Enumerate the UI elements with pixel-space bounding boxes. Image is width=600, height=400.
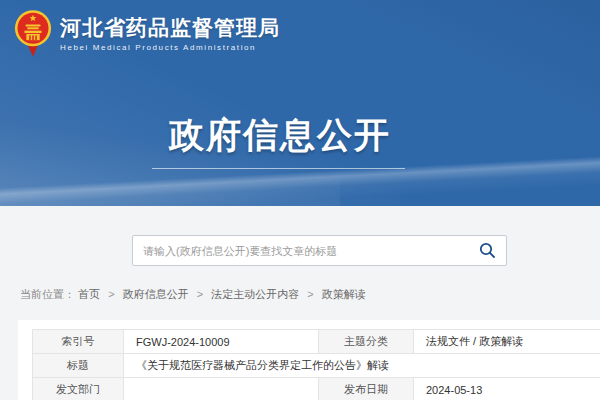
search-icon (479, 242, 496, 259)
issuing-department-value (124, 378, 319, 400)
topic-category-value: 法规文件 / 政策解读 (414, 330, 600, 354)
issuing-department-label: 发文部门 (33, 378, 124, 400)
content-card: 索引号 FGWJ-2024-10009 主题分类 法规文件 / 政策解读 标题 … (18, 320, 600, 400)
table-row: 发文部门 发布日期 2024-05-13 (33, 378, 600, 400)
breadcrumb-item-statutory-content[interactable]: 法定主动公开内容 (211, 288, 299, 300)
search-box (132, 235, 507, 266)
table-row: 标题 《关于规范医疗器械产品分类界定工作的公告》解读 (33, 354, 600, 378)
table-row: 索引号 FGWJ-2024-10009 主题分类 法规文件 / 政策解读 (33, 330, 600, 354)
title-value: 《关于规范医疗器械产品分类界定工作的公告》解读 (124, 354, 600, 378)
title-label: 标题 (33, 354, 124, 378)
breadcrumb-item-policy-interpretation[interactable]: 政策解读 (322, 288, 366, 300)
title-underline (152, 168, 405, 169)
breadcrumb-separator: > (307, 288, 313, 300)
breadcrumb-label: 当前位置： (20, 288, 75, 300)
publish-date-value: 2024-05-13 (414, 378, 600, 400)
breadcrumb-separator: > (197, 288, 203, 300)
breadcrumb-item-info-disclosure[interactable]: 政府信息公开 (123, 288, 189, 300)
breadcrumb: 当前位置： 首页 > 政府信息公开 > 法定主动公开内容 > 政策解读 (20, 287, 366, 302)
breadcrumb-item-home[interactable]: 首页 (78, 288, 100, 300)
org-name-en: Hebei Medical Products Administration (60, 43, 280, 52)
banner: 河北省药品监督管理局 Hebei Medical Products Admini… (0, 0, 600, 206)
page-title: 政府信息公开 (0, 112, 560, 159)
site-logo[interactable]: 河北省药品监督管理局 Hebei Medical Products Admini… (14, 9, 280, 59)
org-name-cn: 河北省药品监督管理局 (60, 16, 280, 40)
national-emblem-icon (14, 9, 52, 59)
page: 河北省药品监督管理局 Hebei Medical Products Admini… (0, 0, 600, 400)
publish-date-label: 发布日期 (319, 378, 414, 400)
index-number-value: FGWJ-2024-10009 (124, 330, 319, 354)
topic-category-label: 主题分类 (319, 330, 414, 354)
search-button[interactable] (468, 236, 506, 265)
breadcrumb-separator: > (108, 288, 114, 300)
document-info-table: 索引号 FGWJ-2024-10009 主题分类 法规文件 / 政策解读 标题 … (32, 329, 600, 400)
search-input[interactable] (133, 236, 468, 265)
index-number-label: 索引号 (33, 330, 124, 354)
org-names: 河北省药品监督管理局 Hebei Medical Products Admini… (60, 16, 280, 52)
